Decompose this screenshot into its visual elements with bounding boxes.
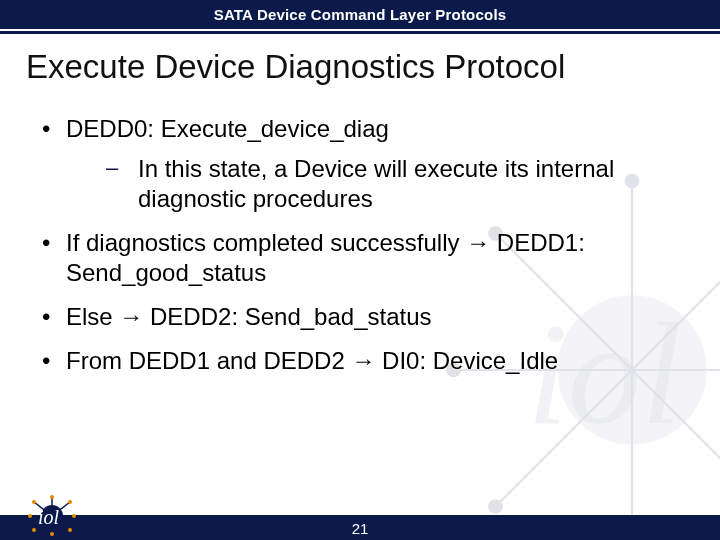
bullet-item: If diagnostics completed successfully → … [40, 228, 680, 288]
page-number: 21 [0, 518, 720, 540]
svg-point-29 [72, 514, 76, 518]
svg-line-6 [496, 370, 633, 507]
svg-line-4 [632, 370, 720, 507]
svg-point-34 [32, 500, 36, 504]
bullet-text: DEDD0: Execute_device_diag [66, 115, 389, 142]
svg-point-27 [50, 495, 54, 499]
bullet-item: From DEDD1 and DEDD2 → DI0: Device_Idle [40, 346, 680, 376]
svg-point-31 [50, 532, 54, 536]
svg-point-30 [68, 528, 72, 532]
bullet-text: If diagnostics completed successfully → … [66, 229, 585, 286]
svg-text:iol: iol [38, 506, 60, 528]
svg-point-32 [32, 528, 36, 532]
bullet-item: DEDD0: Execute_device_diag In this state… [40, 114, 680, 214]
slide-body: DEDD0: Execute_device_diag In this state… [0, 96, 720, 376]
bullet-item: Else → DEDD2: Send_bad_status [40, 302, 680, 332]
iol-logo-icon: iol [18, 494, 80, 536]
svg-point-33 [28, 514, 32, 518]
bullet-text: From DEDD1 and DEDD2 → DI0: Device_Idle [66, 347, 558, 374]
slide-footer: 21 iol [0, 496, 720, 540]
header-subtitle: SATA Device Command Layer Protocols [0, 0, 720, 29]
svg-point-28 [68, 500, 72, 504]
slide-title: Execute Device Diagnostics Protocol [0, 34, 720, 96]
subbullet-item: In this state, a Device will execute its… [66, 154, 680, 214]
subbullet-text: In this state, a Device will execute its… [138, 155, 614, 212]
bullet-text: Else → DEDD2: Send_bad_status [66, 303, 432, 330]
